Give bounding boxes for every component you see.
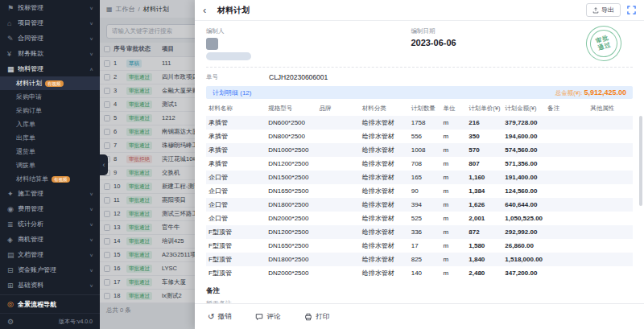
sidebar-item-process-nav[interactable]: ◎ 全景流程导航	[0, 295, 100, 313]
table-cell	[588, 157, 633, 171]
table-cell: 1,050,525.00	[502, 212, 545, 225]
table-cell	[317, 184, 360, 198]
table-cell: m	[440, 266, 466, 280]
scrollbar-thumb[interactable]	[639, 116, 642, 206]
table-cell: m	[440, 143, 466, 157]
sidebar-subitem-inbound[interactable]: 入库单	[0, 117, 100, 131]
print-icon	[304, 313, 312, 321]
table-cell: F型顶管	[206, 253, 266, 266]
table-cell	[545, 266, 588, 280]
table-cell	[317, 266, 360, 280]
sidebar-subitem-transfer[interactable]: 调拨单	[0, 158, 100, 172]
fund-icon: ⊟	[7, 266, 18, 274]
table-row: 承插管DN600*2500给排水管材1758m216379,728.00	[206, 116, 633, 130]
table-cell: 640,644.00	[502, 198, 545, 212]
detail-count-label: 计划明细 (12)	[213, 88, 251, 97]
version-label: 版本号:v4.0.0	[17, 318, 93, 326]
table-cell: 191,400.00	[502, 171, 545, 184]
chevron-down-icon: ∨	[89, 252, 93, 257]
finance-icon: ¥	[7, 50, 18, 58]
table-row: F型顶管DN1650*2500给排水管材17m1,58026,860.00	[206, 239, 633, 253]
sidebar-subitem-material-settle[interactable]: 材料结算单有视频	[0, 172, 100, 186]
table-cell: DN1000*2500	[266, 143, 317, 157]
sidebar-item-base[interactable]: ⊞基础资料∨	[0, 278, 100, 293]
chevron-down-icon: ∨	[89, 206, 93, 211]
table-cell: 企口管	[206, 171, 266, 184]
table-cell: 292,992.00	[502, 225, 545, 239]
chevron-down-icon: ∨	[89, 282, 93, 287]
chevron-down-icon: ∨	[89, 191, 93, 195]
table-cell: 336	[409, 225, 441, 239]
total-amount: 总金额(¥):5,912,425.00	[555, 88, 626, 97]
remark-value: 暂无备注	[206, 299, 633, 303]
table-cell	[545, 225, 588, 239]
sidebar-item-fund[interactable]: ⊟资金账户管理∨	[0, 262, 100, 278]
sidebar-item-project[interactable]: ⌂项目管理∨	[0, 15, 100, 31]
table-cell: 企口管	[206, 184, 266, 198]
table-cell: DN2000*2500	[266, 212, 317, 225]
table-cell: 872	[466, 225, 502, 239]
sidebar-item-construction[interactable]: ✦施工管理∨	[0, 186, 100, 201]
sidebar-item-stats[interactable]: ≣统计分析∨	[0, 216, 100, 232]
table-cell: m	[440, 130, 466, 143]
sidebar-subitem-purchase-order[interactable]: 采购订单	[0, 104, 100, 117]
export-button[interactable]: 导出	[586, 3, 621, 17]
sidebar-item-doc[interactable]: ▤文档管理∨	[0, 247, 100, 262]
contract-icon: ✎	[7, 35, 18, 43]
settings-gear-icon[interactable]: ⚙	[7, 318, 14, 326]
table-cell: 379,728.00	[502, 116, 545, 130]
table-cell: DN600*2500	[266, 116, 317, 130]
undo-button[interactable]: ↺撤销	[208, 312, 231, 322]
table-cell: DN1800*2500	[266, 198, 317, 212]
table-cell: DN800*2500	[266, 130, 317, 143]
order-no-value: CLJH20230606001	[269, 73, 328, 81]
creator-label: 编制人	[206, 27, 411, 35]
sidebar-item-contract[interactable]: ✎合同管理∨	[0, 31, 100, 46]
sidebar-item-expense[interactable]: ◉费用管理∨	[0, 201, 100, 216]
table-cell: 1,840	[466, 253, 502, 266]
table-cell: m	[440, 116, 466, 130]
sidebar-item-material[interactable]: ▦物料管理∧	[0, 61, 100, 76]
sidebar-subitem-return[interactable]: 退货单	[0, 145, 100, 158]
table-cell: 给排水管材	[360, 239, 409, 253]
chevron-down-icon: ∨	[89, 35, 93, 40]
sidebar-subitem-material-plan[interactable]: 材料计划有视频	[0, 76, 100, 90]
table-cell: DN1650*2500	[266, 239, 317, 253]
table-cell: 2,480	[466, 266, 502, 280]
table-column-header: 其他属性	[588, 101, 633, 116]
table-cell: 给排水管材	[360, 225, 409, 239]
table-row: F型顶管DN2000*2500给排水管材140m2,480347,200.00	[206, 266, 633, 280]
print-button[interactable]: 打印	[304, 312, 329, 322]
table-cell: 企口管	[206, 212, 266, 225]
material-detail-table: 材料名称规格型号品牌材料分类计划数量单位计划单价(¥)计划金额(¥)备注其他属性…	[206, 101, 633, 280]
table-cell: 承插管	[206, 130, 266, 143]
fullscreen-icon[interactable]	[627, 6, 636, 14]
drawer-back-button[interactable]: ‹	[203, 5, 206, 15]
sidebar-item-finance[interactable]: ¥财务账款∨	[0, 46, 100, 61]
comment-button[interactable]: 评论	[255, 312, 280, 322]
table-cell: DN1650*2500	[266, 184, 317, 198]
table-cell	[545, 143, 588, 157]
sidebar-subitem-outbound[interactable]: 出库单	[0, 131, 100, 145]
table-cell: 394	[409, 198, 441, 212]
table-cell: 1,580	[466, 239, 502, 253]
sidebar-subitem-purchase-request[interactable]: 采购申请	[0, 90, 100, 104]
table-cell: 给排水管材	[360, 157, 409, 171]
sidebar-collapse-button[interactable]: ‹	[100, 154, 108, 175]
table-cell: m	[440, 212, 466, 225]
detail-summary-bar: 计划明细 (12) 总金额(¥):5,912,425.00	[206, 86, 633, 99]
table-cell: 556	[409, 130, 441, 143]
table-column-header: 单位	[440, 101, 466, 116]
table-cell: 企口管	[206, 198, 266, 212]
sidebar-item-biz[interactable]: ◈商机管理∨	[0, 232, 100, 247]
date-label: 编制日期	[411, 27, 615, 35]
creator-avatar	[206, 38, 218, 50]
doc-icon: ▤	[7, 251, 18, 259]
table-cell: 承插管	[206, 157, 266, 171]
sidebar-item-bid[interactable]: ⚑投标管理∨	[0, 0, 100, 15]
expense-icon: ◉	[7, 205, 18, 213]
table-cell: 347,200.00	[502, 266, 545, 280]
table-row: 企口管DN1800*2500给排水管材394m1,626640,644.00	[206, 198, 633, 212]
table-cell: DN1200*2500	[266, 225, 317, 239]
table-cell: 570	[466, 143, 502, 157]
